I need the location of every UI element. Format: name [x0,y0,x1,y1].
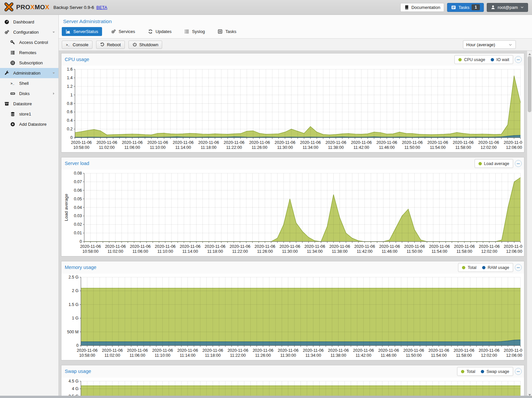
legend-item: IO wait [491,57,509,62]
scrollbar-thumb[interactable] [528,56,531,112]
caret-right-icon[interactable] [52,92,55,95]
sidebar-item-administration[interactable]: Administration [0,68,58,78]
legend-item: Swap usage [481,369,509,374]
tab-syslog[interactable]: Syslog [180,27,209,36]
user-menu-button[interactable]: root@pam [487,3,528,12]
svg-text:2020-11-06: 2020-11-06 [402,140,423,145]
harddisk-icon [10,91,17,96]
svg-text:11:30:00: 11:30:00 [280,353,296,358]
chart-plot-cpu: 00.20.40.60.811.21.41.62020-11-0610:58:0… [63,66,522,150]
svg-text:1: 1 [70,93,73,97]
sidebar-item-access-control[interactable]: Access Control [0,37,58,48]
sidebar-item-shell[interactable]: >_Shell [0,78,58,88]
svg-text:2020-11-06: 2020-11-06 [147,140,168,145]
svg-text:12:02:00: 12:02:00 [481,249,497,254]
timerange-select[interactable]: Hour (average) [463,40,516,49]
svg-text:11:34:00: 11:34:00 [305,353,321,358]
vertical-scrollbar[interactable] [527,51,532,398]
sidebar-item-datastore[interactable]: Datastore [0,99,58,109]
console-button[interactable]: >_Console [62,41,92,49]
user-icon [491,5,495,10]
beta-link[interactable]: BETA [96,5,107,10]
svg-text:11:06:00: 11:06:00 [129,353,145,358]
svg-text:11:06:00: 11:06:00 [124,145,140,150]
svg-text:0.03: 0.03 [74,214,82,218]
svg-text:11:38:00: 11:38:00 [328,145,344,150]
svg-text:11:10:00: 11:10:00 [155,353,170,358]
sidebar-item-add-datastore[interactable]: Add Datastore [0,119,58,129]
sidebar-item-dashboard[interactable]: Dashboard [0,17,58,27]
shutdown-button[interactable]: Shutdown [128,41,162,49]
svg-text:2020-11-06: 2020-11-06 [354,244,375,249]
sidebar-item-label: Access Control [19,40,48,45]
tab-label: ServerStatus [73,29,98,34]
legend-label: IO wait [496,57,509,62]
svg-text:2020-11-06: 2020-11-06 [253,348,273,353]
svg-text:12:06:00: 12:06:00 [506,353,522,358]
svg-text:11:18:00: 11:18:00 [205,353,221,358]
chart-area-cpu: 00.20.40.60.811.21.41.62020-11-0610:58:0… [61,66,524,152]
legend-item: Load average [479,161,509,166]
caret-down-icon[interactable] [52,30,55,34]
svg-text:2020-11-06: 2020-11-06 [504,244,522,249]
svg-text:2020-11-06: 2020-11-06 [300,140,321,145]
collapse-panel-icon[interactable] [515,160,522,167]
collapse-panel-icon[interactable] [515,368,522,375]
caret-down-icon[interactable] [52,71,55,75]
svg-text:11:02:00: 11:02:00 [99,145,115,150]
sidebar-item-configuration[interactable]: Configuration [0,27,58,37]
chevron-down-icon [508,43,513,47]
svg-text:2020-11-06: 2020-11-06 [378,348,399,353]
sidebar-item-subscription[interactable]: Subscription [0,58,58,68]
tab-updates[interactable]: Updates [144,27,175,36]
scrollbar-up-arrow[interactable] [527,51,532,56]
svg-text:2020-11-06: 2020-11-06 [80,244,101,249]
panel-swap: Swap usageTotalSwap usage0500 M1 G1.5 G2… [61,365,524,398]
svg-text:2.5 G: 2.5 G [68,275,79,280]
archive-icon [4,101,11,106]
product-name: Backup Server 0.9-6 [53,5,94,10]
svg-text:11:58:00: 11:58:00 [456,249,472,254]
sidebar-item-store1[interactable]: store1 [0,109,58,119]
svg-text:11:10:00: 11:10:00 [157,249,173,254]
documentation-button[interactable]: Documentation [400,3,444,12]
tab-tasks[interactable]: Tasks [214,27,240,36]
svg-text:>_: >_ [11,82,15,85]
svg-text:>_: >_ [66,43,70,47]
reboot-button[interactable]: Reboot [96,41,125,49]
svg-text:0.06: 0.06 [74,188,82,193]
svg-text:2 G: 2 G [72,288,79,293]
collapse-panel-icon[interactable] [515,56,522,63]
svg-text:2020-11-06: 2020-11-06 [130,244,151,249]
sidebar-item-disks[interactable]: Disks [0,88,58,99]
sidebar-item-label: Administration [13,71,40,76]
tab-services[interactable]: Services [107,27,139,36]
legend-label: Load average [484,161,509,166]
sidebar-item-label: Configuration [13,30,39,35]
svg-text:11:58:00: 11:58:00 [455,145,471,150]
svg-text:2020-11-06: 2020-11-06 [274,140,295,145]
svg-text:12:06:00: 12:06:00 [506,145,522,150]
page-title: Server Administration [63,18,112,24]
legend-dot-icon [491,58,494,61]
svg-text:0: 0 [76,343,79,348]
panel-header: Memory usageTotalRAM usage [61,261,524,274]
svg-text:11:22:00: 11:22:00 [230,353,246,358]
refresh-icon [148,29,153,34]
svg-text:2020-11-06: 2020-11-06 [304,244,325,249]
chart-area-load: 00.010.020.030.040.050.060.070.082020-11… [61,170,524,256]
svg-text:2020-11-06: 2020-11-06 [228,348,248,353]
svg-text:11:30:00: 11:30:00 [277,145,293,150]
gears-icon [111,29,116,34]
svg-text:11:54:00: 11:54:00 [430,145,446,150]
sidebar-item-label: store1 [19,112,31,116]
tab-serverstatus[interactable]: ServerStatus [62,27,102,36]
proxmox-x-logo-icon [4,2,14,13]
sidebar-item-remotes[interactable]: Remotes [0,48,58,58]
svg-text:4 G: 4 G [72,386,79,391]
tasks-button[interactable]: Tasks 1 [447,3,484,12]
collapse-panel-icon[interactable] [515,264,522,271]
legend-dot-icon [482,266,485,269]
gears-icon [4,30,11,35]
svg-text:2020-11-06: 2020-11-06 [230,244,250,249]
